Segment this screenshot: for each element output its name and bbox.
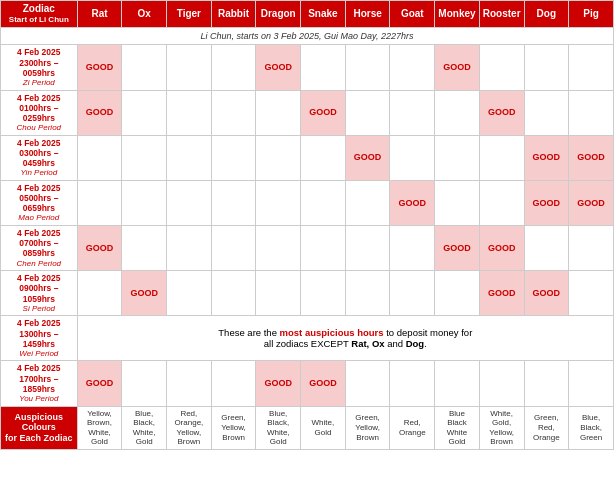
- main-table: Zodiac Start of Li Chun Rat Ox Tiger Rab…: [0, 0, 614, 450]
- cell-rat-chou: GOOD: [77, 90, 122, 135]
- cell-horse-si: [345, 271, 390, 316]
- cell-rat-si: [77, 271, 122, 316]
- cell-ox-you: [122, 361, 167, 406]
- cell-snake-si: [301, 271, 346, 316]
- cell-pig-mao: GOOD: [569, 180, 614, 225]
- cell-horse-chen: [345, 226, 390, 271]
- color-horse: Green,Yellow,Brown: [345, 406, 390, 449]
- animal-rabbit: Rabbit: [211, 1, 256, 28]
- color-dragon: Blue,Black,White,Gold: [256, 406, 301, 449]
- cell-snake-yin: [301, 135, 346, 180]
- cell-pig-zi: [569, 45, 614, 90]
- zodiac-header: Zodiac Start of Li Chun: [1, 1, 78, 28]
- cell-goat-si: [390, 271, 435, 316]
- cell-dog-chou: [524, 90, 569, 135]
- cell-rooster-chen: GOOD: [479, 226, 524, 271]
- cell-monkey-zi: GOOD: [435, 45, 480, 90]
- cell-rat-mao: [77, 180, 122, 225]
- cell-dragon-you: GOOD: [256, 361, 301, 406]
- cell-goat-you: [390, 361, 435, 406]
- time-wei: 4 Feb 20251300hrs – 1459hrs Wei Period: [1, 316, 78, 361]
- animal-goat: Goat: [390, 1, 435, 28]
- cell-dragon-chou: [256, 90, 301, 135]
- cell-monkey-you: [435, 361, 480, 406]
- cell-tiger-chen: [167, 226, 212, 271]
- cell-tiger-si: [167, 271, 212, 316]
- cell-snake-you: GOOD: [301, 361, 346, 406]
- cell-dragon-zi: GOOD: [256, 45, 301, 90]
- table-row: 4 Feb 20250100hrs – 0259hrs Chou Period …: [1, 90, 614, 135]
- time-mao: 4 Feb 20250500hrs – 0659hrs Mao Period: [1, 180, 78, 225]
- cell-rat-zi: GOOD: [77, 45, 122, 90]
- time-you: 4 Feb 20251700hrs – 1859hrs You Period: [1, 361, 78, 406]
- animal-rat: Rat: [77, 1, 122, 28]
- color-pig: Blue,Black,Green: [569, 406, 614, 449]
- table-row: 4 Feb 20252300hrs – 0059hrs Zi Period GO…: [1, 45, 614, 90]
- color-rooster: White,Gold,Yellow,Brown: [479, 406, 524, 449]
- time-si: 4 Feb 20250900hrs – 1059hrs Si Period: [1, 271, 78, 316]
- cell-snake-mao: [301, 180, 346, 225]
- cell-tiger-yin: [167, 135, 212, 180]
- special-row: 4 Feb 20251300hrs – 1459hrs Wei Period T…: [1, 316, 614, 361]
- cell-goat-zi: [390, 45, 435, 90]
- cell-monkey-si: [435, 271, 480, 316]
- color-goat: Red,Orange: [390, 406, 435, 449]
- cell-dragon-chen: [256, 226, 301, 271]
- cell-ox-si: GOOD: [122, 271, 167, 316]
- cell-pig-chen: [569, 226, 614, 271]
- cell-pig-you: [569, 361, 614, 406]
- table-row: 4 Feb 20250300hrs – 0459hrs Yin Period G…: [1, 135, 614, 180]
- color-ox: Blue,Black,White,Gold: [122, 406, 167, 449]
- lichun-info: Li Chun, starts on 3 Feb 2025, Gui Mao D…: [1, 27, 614, 45]
- cell-dog-yin: GOOD: [524, 135, 569, 180]
- animal-horse: Horse: [345, 1, 390, 28]
- cell-pig-si: [569, 271, 614, 316]
- cell-goat-yin: [390, 135, 435, 180]
- time-chou: 4 Feb 20250100hrs – 0259hrs Chou Period: [1, 90, 78, 135]
- cell-ox-mao: [122, 180, 167, 225]
- cell-rat-yin: [77, 135, 122, 180]
- cell-snake-chou: GOOD: [301, 90, 346, 135]
- cell-tiger-mao: [167, 180, 212, 225]
- auspicious-row: AuspiciousColoursfor Each Zodiac Yellow,…: [1, 406, 614, 449]
- cell-tiger-zi: [167, 45, 212, 90]
- special-message: These are the most auspicious hours to d…: [77, 316, 613, 361]
- table-row: 4 Feb 20250700hrs – 0859hrs Chen Period …: [1, 226, 614, 271]
- cell-dog-chen: [524, 226, 569, 271]
- cell-snake-chen: [301, 226, 346, 271]
- cell-dragon-si: [256, 271, 301, 316]
- cell-ox-yin: [122, 135, 167, 180]
- animal-monkey: Monkey: [435, 1, 480, 28]
- cell-rat-chen: GOOD: [77, 226, 122, 271]
- time-chen: 4 Feb 20250700hrs – 0859hrs Chen Period: [1, 226, 78, 271]
- cell-rabbit-si: [211, 271, 256, 316]
- cell-rabbit-you: [211, 361, 256, 406]
- table-row: 4 Feb 20250900hrs – 1059hrs Si Period GO…: [1, 271, 614, 316]
- cell-rooster-zi: [479, 45, 524, 90]
- animal-pig: Pig: [569, 1, 614, 28]
- color-dog: Green,Red,Orange: [524, 406, 569, 449]
- cell-rabbit-zi: [211, 45, 256, 90]
- table-row: 4 Feb 20251700hrs – 1859hrs You Period G…: [1, 361, 614, 406]
- cell-pig-chou: [569, 90, 614, 135]
- color-rabbit: Green,Yellow,Brown: [211, 406, 256, 449]
- cell-horse-you: [345, 361, 390, 406]
- lichun-info-row: Li Chun, starts on 3 Feb 2025, Gui Mao D…: [1, 27, 614, 45]
- cell-horse-zi: [345, 45, 390, 90]
- cell-rabbit-chen: [211, 226, 256, 271]
- cell-rooster-mao: [479, 180, 524, 225]
- animal-tiger: Tiger: [167, 1, 212, 28]
- cell-goat-mao: GOOD: [390, 180, 435, 225]
- cell-dog-mao: GOOD: [524, 180, 569, 225]
- time-zi: 4 Feb 20252300hrs – 0059hrs Zi Period: [1, 45, 78, 90]
- cell-rooster-si: GOOD: [479, 271, 524, 316]
- cell-horse-chou: [345, 90, 390, 135]
- animal-rooster: Rooster: [479, 1, 524, 28]
- cell-rabbit-yin: [211, 135, 256, 180]
- cell-rooster-you: [479, 361, 524, 406]
- color-rat: Yellow,Brown,White,Gold: [77, 406, 122, 449]
- cell-tiger-chou: [167, 90, 212, 135]
- table-row: 4 Feb 20250500hrs – 0659hrs Mao Period G…: [1, 180, 614, 225]
- cell-horse-mao: [345, 180, 390, 225]
- color-tiger: Red,Orange,Yellow,Brown: [167, 406, 212, 449]
